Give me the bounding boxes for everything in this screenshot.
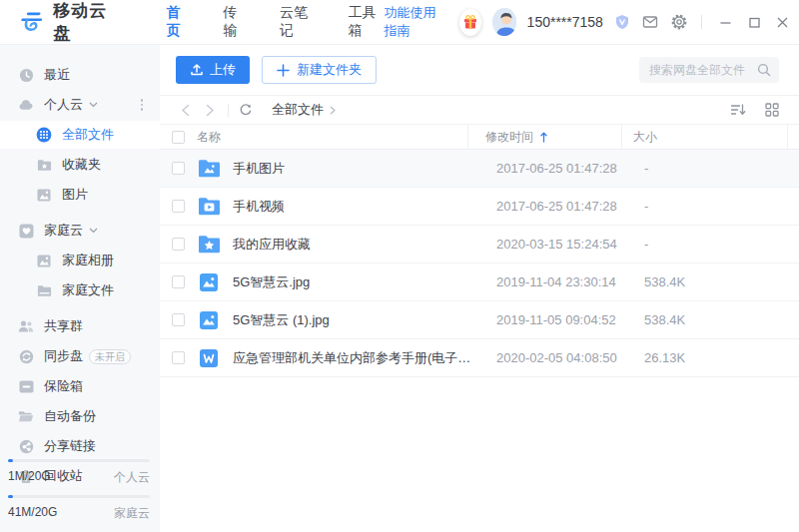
column-size[interactable]: 大小 bbox=[621, 125, 787, 150]
breadcrumb[interactable]: 全部文件 bbox=[272, 101, 336, 119]
tab-home[interactable]: 首页 bbox=[166, 4, 190, 40]
sidebar-item-favorites[interactable]: 收藏夹 bbox=[0, 151, 160, 179]
account-phone[interactable]: 150****7158 bbox=[527, 14, 603, 30]
table-row[interactable]: 手机图片 2017-06-25 01:47:28 - bbox=[160, 150, 799, 188]
sort-list-icon[interactable] bbox=[730, 103, 746, 117]
sidebar-item-personal-cloud[interactable]: 个人云 bbox=[0, 91, 160, 119]
sidebar-item-label: 共享群 bbox=[44, 317, 83, 335]
safe-icon bbox=[18, 378, 34, 394]
personal-quota-bar bbox=[8, 459, 150, 462]
file-size: - bbox=[633, 237, 799, 252]
back-button[interactable] bbox=[176, 101, 194, 119]
avatar[interactable] bbox=[492, 8, 515, 36]
table-row[interactable]: 手机视频 2017-06-25 01:47:28 - bbox=[160, 188, 799, 226]
feature-guide-link[interactable]: 功能使用指南 bbox=[385, 4, 449, 40]
file-modified: 2020-03-15 15:24:54 bbox=[479, 237, 633, 252]
tab-transfer[interactable]: 传输 bbox=[223, 4, 247, 40]
heart-square-icon bbox=[18, 223, 34, 239]
forward-button[interactable] bbox=[201, 101, 219, 119]
select-all-checkbox[interactable] bbox=[172, 131, 185, 144]
file-name[interactable]: 5G智慧云 (1).jpg bbox=[233, 311, 479, 329]
search-input[interactable] bbox=[649, 63, 757, 77]
open-folder-icon bbox=[18, 408, 34, 424]
file-name[interactable]: 应急管理部机关单位内部参考手册(电子版).docx bbox=[233, 349, 479, 367]
table-row[interactable]: 5G智慧云 (1).jpg 2019-11-05 09:04:52 538.4K bbox=[160, 301, 799, 339]
sort-ascending-icon[interactable] bbox=[540, 132, 547, 143]
refresh-button[interactable] bbox=[237, 101, 255, 119]
row-checkbox[interactable] bbox=[172, 351, 185, 364]
sidebar-item-label: 保险箱 bbox=[44, 377, 83, 395]
file-modified: 2020-02-05 04:08:50 bbox=[479, 350, 633, 365]
grid-view-icon[interactable] bbox=[765, 103, 779, 117]
tab-toolbox[interactable]: 工具箱 bbox=[349, 4, 385, 40]
sidebar-item-pictures[interactable]: 图片 bbox=[0, 181, 160, 209]
column-name[interactable]: 名称 bbox=[197, 129, 467, 146]
sidebar-item-label: 收藏夹 bbox=[62, 156, 101, 174]
folder-star-icon bbox=[197, 234, 221, 256]
folder-icon bbox=[36, 282, 52, 298]
settings-gear-icon[interactable] bbox=[670, 12, 688, 32]
sidebar-item-sync-disk[interactable]: 同步盘 未开启 bbox=[0, 342, 160, 370]
vip-badge-icon[interactable] bbox=[614, 12, 631, 32]
sidebar-item-label: 图片 bbox=[62, 186, 88, 204]
personal-quota-name: 个人云 bbox=[114, 469, 150, 486]
app-window: 移动云盘 首页 传输 云笔记 工具箱 功能使用指南 bbox=[0, 0, 799, 532]
sidebar-item-shared-groups[interactable]: 共享群 bbox=[0, 312, 160, 340]
sidebar-item-share-links[interactable]: 分享链接 bbox=[0, 432, 160, 460]
file-modified: 2019-11-04 23:30:14 bbox=[479, 274, 633, 289]
sidebar-item-safe-box[interactable]: 保险箱 bbox=[0, 372, 160, 400]
row-checkbox[interactable] bbox=[172, 238, 185, 251]
sidebar-item-label: 全部文件 bbox=[62, 126, 114, 144]
breadcrumb-current[interactable]: 全部文件 bbox=[272, 101, 324, 119]
column-modified[interactable]: 修改时间 bbox=[467, 125, 621, 150]
sidebar-item-label: 个人云 bbox=[44, 96, 83, 114]
row-checkbox[interactable] bbox=[172, 200, 185, 213]
sidebar-item-family-files[interactable]: 家庭文件 bbox=[0, 276, 160, 304]
file-name[interactable]: 我的应用收藏 bbox=[233, 236, 479, 254]
table-row[interactable]: 我的应用收藏 2020-03-15 15:24:54 - bbox=[160, 226, 799, 264]
table-row[interactable]: 5G智慧云.jpg 2019-11-04 23:30:14 538.4K bbox=[160, 264, 799, 301]
file-modified: 2019-11-05 09:04:52 bbox=[479, 312, 633, 327]
image-file-icon bbox=[197, 309, 221, 331]
file-name[interactable]: 手机视频 bbox=[233, 198, 479, 216]
sidebar-item-family-cloud[interactable]: 家庭云 bbox=[0, 217, 160, 245]
row-checkbox[interactable] bbox=[172, 275, 185, 288]
sidebar-item-all-files[interactable]: 全部文件 bbox=[0, 121, 160, 149]
topbar-divider bbox=[701, 15, 702, 29]
sidebar-item-family-album[interactable]: 家庭相册 bbox=[0, 247, 160, 274]
search-icon[interactable] bbox=[757, 63, 771, 77]
tab-notes[interactable]: 云笔记 bbox=[280, 4, 316, 40]
clock-icon bbox=[18, 67, 34, 83]
sidebar-item-label: 家庭相册 bbox=[62, 252, 114, 269]
more-options-icon[interactable] bbox=[136, 99, 148, 111]
new-folder-button[interactable]: 新建文件夹 bbox=[262, 56, 377, 84]
topbar: 移动云盘 首页 传输 云笔记 工具箱 功能使用指南 bbox=[0, 0, 799, 45]
column-end-spacer bbox=[787, 125, 799, 150]
sidebar-item-label: 家庭文件 bbox=[62, 281, 114, 299]
sidebar-item-recent[interactable]: 最近 bbox=[0, 61, 160, 89]
row-checkbox[interactable] bbox=[172, 313, 185, 326]
mail-icon[interactable] bbox=[641, 12, 659, 32]
row-checkbox[interactable] bbox=[172, 162, 185, 175]
file-size: 538.4K bbox=[633, 274, 799, 289]
file-name[interactable]: 5G智慧云.jpg bbox=[233, 273, 479, 291]
sync-disabled-badge: 未开启 bbox=[89, 349, 131, 364]
folder-video-icon bbox=[197, 196, 221, 218]
main-nav: 首页 传输 云笔记 工具箱 bbox=[166, 4, 384, 40]
plus-icon bbox=[277, 64, 290, 77]
table-row[interactable]: 应急管理部机关单位内部参考手册(电子版).docx 2020-02-05 04:… bbox=[160, 339, 799, 377]
sidebar: 最近 个人云 全部文件 bbox=[0, 45, 160, 532]
gift-icon[interactable] bbox=[459, 9, 481, 36]
minimize-button[interactable] bbox=[719, 14, 732, 30]
sidebar-item-auto-backup[interactable]: 自动备份 bbox=[0, 402, 160, 430]
search-box[interactable] bbox=[639, 57, 779, 83]
breadcrumb-chevron-icon bbox=[330, 106, 336, 115]
chevron-down-icon bbox=[89, 102, 98, 108]
file-size: - bbox=[633, 161, 799, 176]
maximize-button[interactable] bbox=[748, 14, 761, 30]
upload-button[interactable]: 上传 bbox=[176, 56, 250, 84]
folder-star-icon bbox=[36, 157, 52, 173]
file-name[interactable]: 手机图片 bbox=[233, 160, 479, 178]
personal-quota-used: 1M/20G bbox=[8, 469, 51, 486]
close-button[interactable] bbox=[776, 14, 789, 30]
